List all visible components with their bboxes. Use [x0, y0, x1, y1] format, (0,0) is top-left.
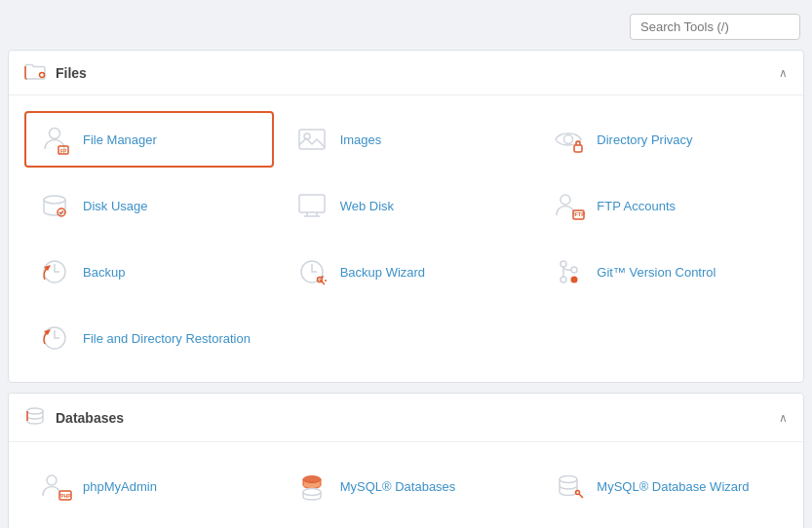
- mysql-database-wizard-item[interactable]: MySQL® Database Wizard: [538, 458, 788, 514]
- backup-item[interactable]: Backup: [24, 244, 274, 300]
- backup-wizard-label: Backup Wizard: [340, 265, 425, 280]
- folder-icon: [24, 62, 46, 83]
- images-label: Images: [340, 132, 382, 147]
- files-section: Files ∧ FP File Manager: [8, 50, 804, 383]
- svg-point-29: [303, 489, 321, 496]
- backup-wizard-icon: [293, 253, 330, 290]
- databases-section-body: PHP phpMyAdmin MySQL® Databases: [9, 442, 803, 528]
- ftp-accounts-icon: FTP: [550, 187, 587, 224]
- files-section-header: Files ∧: [9, 51, 803, 95]
- backup-label: Backup: [83, 265, 125, 280]
- svg-point-20: [561, 277, 566, 283]
- top-bar: [8, 8, 804, 50]
- git-version-control-item[interactable]: Git™ Version Control: [538, 244, 788, 300]
- files-section-title-row: Files: [24, 62, 87, 83]
- svg-text:FP: FP: [60, 148, 67, 154]
- svg-rect-4: [299, 130, 325, 149]
- svg-point-17: [322, 276, 324, 278]
- databases-section-icon: [24, 405, 46, 430]
- svg-text:FTP: FTP: [575, 211, 586, 217]
- phpmyadmin-item[interactable]: PHP phpMyAdmin: [24, 458, 274, 514]
- phpmyadmin-label: phpMyAdmin: [83, 479, 157, 494]
- files-section-body: FP File Manager Images: [9, 95, 803, 382]
- svg-point-6: [564, 135, 573, 144]
- file-directory-restoration-item[interactable]: File and Directory Restoration: [24, 310, 274, 366]
- files-section-title: Files: [56, 65, 87, 81]
- disk-usage-icon: [36, 187, 73, 224]
- mysql-databases-item[interactable]: MySQL® Databases: [282, 458, 531, 514]
- databases-collapse-button[interactable]: ∧: [779, 411, 788, 425]
- web-disk-item[interactable]: Web Disk: [282, 177, 531, 234]
- file-manager-icon: FP: [36, 121, 73, 158]
- svg-point-8: [44, 196, 65, 204]
- images-item[interactable]: Images: [282, 111, 531, 168]
- disk-usage-item[interactable]: Disk Usage: [24, 177, 274, 234]
- svg-point-1: [50, 129, 60, 139]
- svg-rect-10: [299, 195, 325, 212]
- mysql-database-wizard-label: MySQL® Database Wizard: [597, 479, 749, 494]
- svg-point-0: [40, 73, 45, 78]
- databases-section-title: Databases: [56, 410, 124, 426]
- svg-point-25: [47, 475, 57, 485]
- svg-point-18: [325, 280, 327, 282]
- web-disk-label: Web Disk: [340, 199, 394, 213]
- file-directory-restoration-label: File and Directory Restoration: [83, 331, 251, 346]
- file-directory-restoration-icon: [36, 320, 73, 357]
- images-icon: [293, 121, 330, 158]
- svg-point-21: [571, 267, 577, 273]
- svg-point-22: [571, 277, 578, 283]
- svg-point-11: [561, 195, 570, 205]
- page-wrapper: Files ∧ FP File Manager: [0, 0, 812, 528]
- file-manager-label: File Manager: [83, 132, 157, 147]
- ftp-accounts-label: FTP Accounts: [597, 199, 676, 213]
- directory-privacy-item[interactable]: Directory Privacy: [538, 111, 788, 168]
- file-manager-item[interactable]: FP File Manager: [24, 111, 274, 168]
- svg-point-24: [27, 408, 43, 414]
- git-version-control-icon: [550, 253, 587, 290]
- search-input[interactable]: [630, 14, 800, 40]
- svg-rect-7: [574, 145, 582, 152]
- remote-mysql-item[interactable]: Remote MySQL®: [24, 524, 274, 528]
- files-collapse-button[interactable]: ∧: [779, 66, 788, 80]
- web-disk-icon: [293, 187, 330, 224]
- svg-point-30: [560, 476, 577, 483]
- databases-section: Databases ∧ PHP phpMyAdmin: [8, 393, 804, 528]
- mysql-databases-icon: [293, 468, 330, 505]
- disk-usage-label: Disk Usage: [83, 199, 147, 213]
- phpmyadmin-icon: PHP: [36, 468, 73, 505]
- directory-privacy-label: Directory Privacy: [597, 132, 692, 147]
- backup-wizard-item[interactable]: Backup Wizard: [282, 244, 531, 300]
- directory-privacy-icon: [550, 121, 587, 158]
- databases-section-header: Databases ∧: [9, 394, 803, 442]
- mysql-database-wizard-icon: [550, 468, 587, 505]
- mysql-databases-label: MySQL® Databases: [340, 479, 456, 494]
- databases-section-title-row: Databases: [24, 405, 124, 430]
- backup-icon: [36, 253, 73, 290]
- git-version-control-label: Git™ Version Control: [597, 265, 715, 280]
- svg-point-19: [561, 261, 566, 267]
- ftp-accounts-item[interactable]: FTP FTP Accounts: [538, 177, 788, 234]
- svg-text:PHP: PHP: [60, 493, 71, 499]
